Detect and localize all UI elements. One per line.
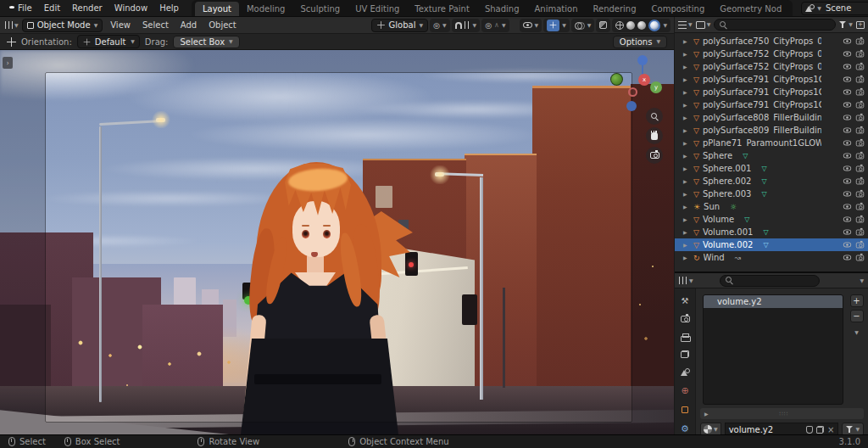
outliner-row[interactable]: ▶▽polySurface791_CityProps1GLOW_ bbox=[675, 73, 868, 86]
viewport-zoom-button[interactable] bbox=[646, 108, 663, 125]
expand-arrow-icon[interactable]: ▶ bbox=[683, 89, 690, 95]
disable-in-renders-toggle[interactable] bbox=[856, 127, 864, 133]
shading-wireframe-button[interactable] bbox=[615, 21, 624, 30]
outliner-search[interactable] bbox=[714, 19, 836, 31]
viewport-menu-select[interactable]: Select bbox=[136, 20, 175, 30]
outliner-row[interactable]: ▶▽Volume▽ bbox=[675, 213, 868, 226]
gizmo-x-axis[interactable]: x bbox=[638, 74, 650, 86]
gizmo-z-axis[interactable] bbox=[637, 55, 648, 65]
expand-arrow-icon[interactable]: ▶ bbox=[683, 191, 690, 197]
hide-in-viewport-toggle[interactable] bbox=[843, 255, 851, 260]
expand-arrow-icon[interactable]: ▶ bbox=[683, 242, 690, 248]
disable-in-renders-toggle[interactable] bbox=[856, 165, 864, 171]
menu-edit[interactable]: Edit bbox=[38, 0, 66, 16]
expand-arrow-icon[interactable]: ▶ bbox=[683, 140, 690, 146]
tool-orientation-dropdown[interactable]: Default ▼ bbox=[77, 35, 140, 48]
scene-name[interactable]: Scene bbox=[824, 3, 868, 13]
hide-in-viewport-toggle[interactable] bbox=[843, 243, 851, 248]
object-name[interactable]: pPlane71_Paramount1GLOW_0.00 bbox=[703, 138, 821, 148]
object-name[interactable]: Sun bbox=[704, 202, 720, 211]
disable-in-renders-toggle[interactable] bbox=[856, 64, 864, 70]
active-tool-move-icon[interactable] bbox=[7, 37, 16, 47]
expand-arrow-icon[interactable]: ▶ bbox=[683, 255, 690, 260]
hide-in-viewport-toggle[interactable] bbox=[843, 192, 851, 197]
editor-type-selector[interactable]: ▼ bbox=[3, 21, 20, 29]
properties-tab-scene[interactable] bbox=[677, 367, 693, 376]
disable-in-renders-toggle[interactable] bbox=[856, 255, 864, 260]
outliner-row[interactable]: ▶▽pPlane71_Paramount1GLOW_0.00 bbox=[675, 137, 868, 149]
expand-arrow-icon[interactable]: ▶ bbox=[683, 38, 690, 44]
toolbar-expand-arrow[interactable]: › bbox=[3, 57, 13, 69]
object-name[interactable]: polySurface750_CityProps_0.003 bbox=[703, 36, 821, 46]
disable-in-renders-toggle[interactable] bbox=[856, 140, 864, 146]
mode-selector[interactable]: Object Mode ▼ bbox=[22, 19, 103, 32]
hide-in-viewport-toggle[interactable] bbox=[843, 179, 851, 184]
hide-in-viewport-toggle[interactable] bbox=[843, 39, 851, 44]
viewport-menu-view[interactable]: View bbox=[104, 20, 136, 30]
outliner-row[interactable]: ▶▽Volume.002▽ bbox=[675, 238, 868, 251]
disable-in-renders-toggle[interactable] bbox=[856, 115, 864, 120]
disable-in-renders-toggle[interactable] bbox=[856, 178, 864, 184]
properties-search-input[interactable] bbox=[737, 277, 814, 285]
viewport-menu-object[interactable]: Object bbox=[203, 20, 242, 30]
chevron-down-icon[interactable]: ▼ bbox=[860, 278, 864, 283]
properties-tab-view-layer[interactable] bbox=[677, 350, 693, 359]
pivot-point-selector[interactable]: ◎ ▼ bbox=[430, 19, 449, 32]
disable-in-renders-toggle[interactable] bbox=[856, 191, 864, 197]
workspace-tab-rendering[interactable]: Rendering bbox=[585, 2, 643, 16]
fake-user-shield-icon[interactable] bbox=[806, 426, 813, 434]
disable-in-renders-toggle[interactable] bbox=[856, 242, 864, 248]
workspace-tab-sculpting[interactable]: Sculpting bbox=[292, 2, 348, 16]
remove-slot-button[interactable]: − bbox=[850, 310, 864, 322]
outliner-row[interactable]: ▶▽polySurface752_CityProps_0.019 bbox=[675, 48, 868, 60]
workspace-tab-uv-editing[interactable]: UV Editing bbox=[348, 2, 407, 16]
outliner-search-input[interactable] bbox=[731, 20, 830, 29]
object-name[interactable]: Sphere.002 bbox=[703, 176, 752, 186]
object-name[interactable]: Sphere.003 bbox=[703, 189, 752, 199]
hide-in-viewport-toggle[interactable] bbox=[843, 204, 851, 210]
properties-search[interactable] bbox=[720, 275, 820, 287]
object-name[interactable]: Sphere bbox=[703, 151, 732, 160]
hide-in-viewport-toggle[interactable] bbox=[843, 90, 851, 95]
menu-help[interactable]: Help bbox=[153, 0, 185, 16]
workspace-tab-compositing[interactable]: Compositing bbox=[644, 2, 713, 16]
collapsed-panel-header[interactable]: ▶ ∷∷ bbox=[700, 408, 864, 419]
object-name[interactable]: polySurface791_CityProps1GLOW_ bbox=[703, 75, 821, 84]
outliner-row[interactable]: ▶▽polySurface808_FillerBuildings1GL bbox=[675, 111, 868, 124]
outliner-row[interactable]: ▶☀Sun☼ bbox=[675, 200, 868, 213]
proportional-editing[interactable]: ◎ ∧ ▼ bbox=[481, 19, 509, 32]
expand-arrow-icon[interactable]: ▶ bbox=[683, 64, 690, 70]
scene-selector[interactable]: ▼ Scene × bbox=[801, 2, 868, 15]
object-name[interactable]: Wind bbox=[704, 253, 725, 262]
unlink-material-icon[interactable]: × bbox=[827, 425, 834, 434]
object-name[interactable]: polySurface808_FillerBuildings1GL bbox=[703, 113, 821, 122]
hide-in-viewport-toggle[interactable] bbox=[843, 77, 851, 82]
camera-frame[interactable] bbox=[45, 72, 632, 423]
outliner-row[interactable]: ▶▽Sphere.001▽ bbox=[675, 162, 868, 175]
workspace-tab-animation[interactable]: Animation bbox=[527, 2, 586, 16]
properties-tab-tool[interactable]: ⚒ bbox=[677, 296, 693, 305]
outliner-row[interactable]: ▶▽Sphere▽ bbox=[675, 149, 868, 162]
expand-arrow-icon[interactable]: ▶ bbox=[683, 127, 690, 133]
disable-in-renders-toggle[interactable] bbox=[856, 204, 864, 210]
workspace-tab-shading[interactable]: Shading bbox=[477, 2, 527, 16]
object-name[interactable]: polySurface791_CityProps1GLOW_ bbox=[703, 87, 821, 97]
expand-arrow-icon[interactable]: ▶ bbox=[683, 165, 690, 171]
workspace-tab-layout[interactable]: Layout bbox=[195, 2, 239, 16]
object-name[interactable]: polySurface752_CityProps_0.047 bbox=[703, 62, 821, 71]
hide-in-viewport-toggle[interactable] bbox=[843, 103, 851, 108]
xray-toggle[interactable] bbox=[596, 19, 610, 32]
workspace-tab-modeling[interactable]: Modeling bbox=[239, 2, 293, 16]
material-slot-list[interactable]: volume.y2 bbox=[703, 294, 843, 405]
hide-in-viewport-toggle[interactable] bbox=[843, 154, 851, 159]
gizmo-neg-z-axis[interactable] bbox=[626, 101, 637, 111]
outliner-row[interactable]: ▶▽Volume.001▽ bbox=[675, 226, 868, 238]
menu-window[interactable]: Window bbox=[108, 0, 153, 16]
menu-file[interactable]: File bbox=[12, 0, 38, 16]
menu-render[interactable]: Render bbox=[66, 0, 108, 16]
hide-in-viewport-toggle[interactable] bbox=[843, 52, 851, 57]
outliner-row[interactable]: ▶▽Sphere.003▽ bbox=[675, 188, 868, 200]
expand-arrow-icon[interactable]: ▶ bbox=[683, 204, 690, 210]
hide-in-viewport-toggle[interactable] bbox=[843, 141, 851, 146]
object-visibility-dropdown[interactable]: ▼ bbox=[520, 19, 542, 32]
